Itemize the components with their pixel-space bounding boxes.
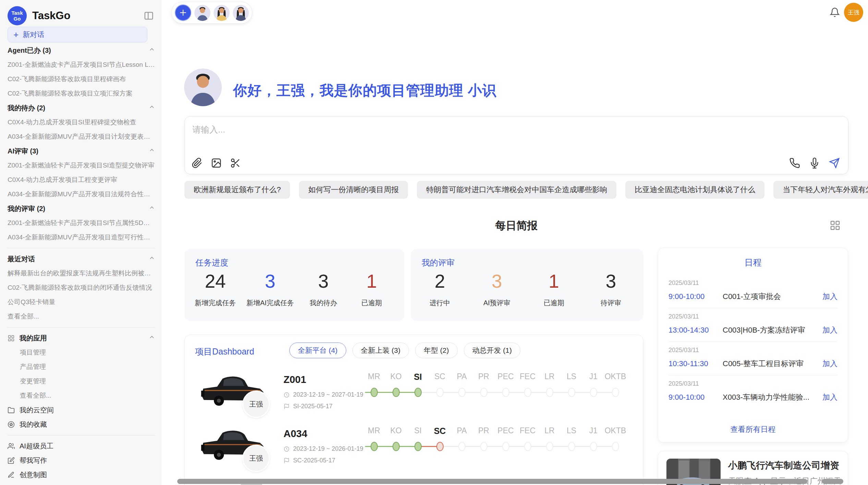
join-link[interactable]: 加入 [822,291,837,302]
sidebar-recent-item[interactable]: 查看全部... [8,309,155,324]
milestone-label: SI [407,372,429,382]
schedule-list: 2025/03/119:00-10:00C001-立项审批会加入2025/03/… [668,275,837,409]
sidebar-tool-item[interactable]: AI超级员工 [8,439,155,453]
sidebar-app-item[interactable]: 项目管理 [8,345,155,360]
sidebar-task-item[interactable]: A034-全新新能源MUV产品开发项目法规符合性评审 [8,187,155,201]
assistant-avatar-1[interactable] [194,5,210,21]
sidebar-task-item[interactable]: C0X4-动力总成开发项目工程变更评审 [8,173,155,187]
sidebar-app-item[interactable]: 变更管理 [8,374,155,388]
send-icon[interactable] [829,158,840,169]
join-link[interactable]: 加入 [822,392,837,402]
sidebar-task-item[interactable]: A034-全新新能源MUV产品开发项目造型可行性评审 [8,230,155,245]
milestone-dot [480,442,487,451]
sidebar-task-item[interactable]: Z001-全新燃油轻卡产品开发项目SI造型提交物评审 [8,158,155,173]
attachment-icon[interactable] [192,158,203,169]
horizontal-scrollbar-thumb-right[interactable] [822,479,843,484]
schedule-row: 13:00-14:30C003|H0B-方案冻结评审加入 [668,325,837,335]
horizontal-scrollbar-thumb[interactable] [177,479,807,484]
sidebar-task-item[interactable]: C02-飞腾新能源轻客改款项目里程碑画布 [8,72,155,86]
new-chat-button[interactable]: + 新对话 [8,27,147,42]
view-all-schedule-link[interactable]: 查看所有日程 [658,424,848,435]
schedule-item: 2025/03/119:00-10:00X003-车辆动力学性能验...加入 [668,375,837,409]
suggestion-chip[interactable]: 特朗普可能对进口汽车增税会对中国车企造成哪些影响 [417,181,616,199]
dashboard-filter-chip[interactable]: 年型 (2) [415,343,458,358]
schedule-row: 9:00-10:00C001-立项审批会加入 [668,291,837,302]
suggestion-chip[interactable]: 当下年轻人对汽车外观有怎样的喜好趋势 [773,181,868,199]
sidebar-task-item[interactable]: A034-全新新能源MUV产品开发项目计划变更表编写 [8,129,155,144]
sidebar-scroll-area: Agent已办 (3)Z001-全新燃油皮卡产品开发项目SI节点Lesson L… [8,43,155,485]
notification-bell-icon[interactable] [830,7,840,17]
microphone-icon[interactable] [809,158,820,169]
dashboard-filter-chip[interactable]: 全新平台 (4) [289,343,346,358]
user-avatar[interactable]: 王强 [844,3,863,22]
schedule-event-title: X003-车辆动力学性能验... [723,392,822,402]
sidebar-app-item[interactable]: 查看全部... [8,388,155,403]
milestone-label: J1 [582,426,604,435]
image-icon[interactable] [211,158,222,169]
sidebar-app-item[interactable]: 产品管理 [8,360,155,374]
schedule-time: 13:00-14:30 [668,326,723,335]
new-session-button[interactable] [175,4,191,21]
folder-icon [8,407,15,414]
greeting-text: 你好，王强，我是你的项目管理助理 小识 [233,81,496,100]
project-flag-milestone: SI-2025-05-17 [284,403,333,410]
suggestion-chip[interactable]: 比亚迪全固态电池计划具体说了什么 [625,181,764,199]
sidebar-group-header[interactable]: 我的待办 (2) [8,101,155,115]
milestone-dot [612,388,619,397]
chat-input[interactable] [192,122,775,137]
sidebar-tool-item[interactable]: 帮我写作 [8,453,155,468]
new-chat-label: 新对话 [23,30,44,39]
briefing-layout-icon[interactable] [830,220,841,231]
milestone-dot [480,388,487,397]
stat-label: 我的待办 [304,298,342,308]
dashboard-filter-chip[interactable]: 动总开发 (1) [464,343,521,358]
sidebar-recent-item[interactable]: 解释最新出台的欧盟报废车法规再生塑料比例被调至15%... [8,266,155,281]
project-owner-badge: 王强 [242,390,270,418]
sidebar-recent-item[interactable]: C02-飞腾新能源轻客改款项目的闭环通告反馈情况 [8,281,155,295]
milestone-dot [393,442,400,451]
join-link[interactable]: 加入 [822,325,837,335]
pen-icon [8,471,15,478]
milestone-dot [502,442,509,451]
sidebar-task-item[interactable]: Z001-全新燃油轻卡产品开发项目SI节点属性5D文件评审 [8,216,155,230]
sidebar-group-header[interactable]: 我的评审 (2) [8,201,155,216]
sidebar-collapse-icon[interactable] [144,11,154,21]
stat-metric: 1已逾期 [535,270,573,308]
project-name: Z001 [284,374,306,385]
briefing-title: 每日简报 [184,219,848,233]
milestone-label: MR [363,372,385,381]
milestone-label: PA [451,426,473,435]
sidebar-task-item[interactable]: C02-飞腾新能源轻客改款项目立项汇报方案 [8,86,155,101]
sidebar-recent-item[interactable]: 公司Q3轻卡销量 [8,295,155,309]
stat-card-my-review: 我的评审2进行中3AI预评审1已逾期3待评审 [411,249,643,321]
milestone-label: PR [473,426,495,435]
flag-icon [284,403,290,410]
suggestion-chip[interactable]: 如何写一份清晰的项目周报 [299,181,408,199]
milestone-label: MR [363,426,385,435]
milestone-label: KO [385,372,407,381]
sidebar-tool-item[interactable]: 创意制图 [8,468,155,482]
sidebar-task-item[interactable]: C0X4-动力总成开发项目SI里程碑提交物检查 [8,115,155,129]
sidebar: Task Go TaskGo + 新对话 Agent已办 (3)Z001-全新燃… [0,0,161,485]
app-logo: Task Go [8,6,27,25]
sidebar-group-header[interactable]: AI评审 (3) [8,144,155,158]
dashboard-filter-chip[interactable]: 全新上装 (3) [352,343,409,358]
milestone-dot [568,442,575,451]
plus-icon [179,8,188,17]
assistant-avatar-2[interactable] [214,5,230,21]
sidebar-apps-header[interactable]: 我的应用 [8,331,155,345]
assistant-avatar-3[interactable] [233,5,249,21]
divider [8,435,155,435]
sidebar-link-star[interactable]: 我的收藏 [8,417,155,432]
sidebar-recent-header[interactable]: 最近对话 [8,252,155,266]
sidebar-group-header[interactable]: Agent已办 (3) [8,43,155,58]
stat-label: 新增AI完成任务 [246,298,294,308]
suggestion-chip[interactable]: 欧洲新规最近颁布了什么? [184,181,290,199]
phone-call-icon[interactable] [789,158,800,169]
join-link[interactable]: 加入 [822,359,837,369]
screenshot-scissors-icon[interactable] [230,158,241,169]
flag-icon [284,458,290,464]
sidebar-link-folder[interactable]: 我的云空间 [8,403,155,417]
sidebar-task-item[interactable]: Z001-全新燃油皮卡产品开发项目SI节点Lesson Learn报告 [8,58,155,72]
project-timeline: MRKOSISCPAPRPECFECLRLSJ1OKTB [363,423,628,475]
